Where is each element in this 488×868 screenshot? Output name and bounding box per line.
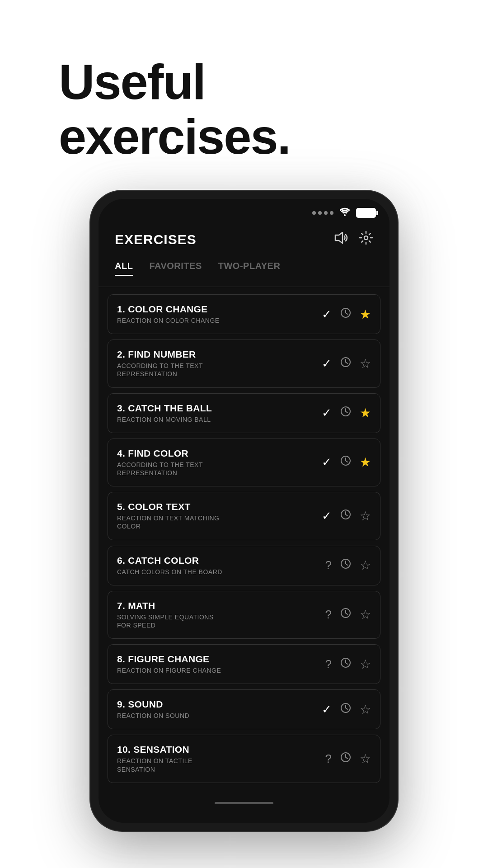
exercise-desc-10: REACTION ON TACTILE SENSATION bbox=[117, 757, 225, 773]
exercise-info-8: 8. FIGURE CHANGE REACTION ON FIGURE CHAN… bbox=[117, 654, 325, 675]
svg-point-0 bbox=[344, 214, 346, 216]
exercise-name-4: 4. FIND COLOR bbox=[117, 448, 322, 459]
hero-title: Useful exercises. bbox=[59, 54, 429, 164]
exercise-item-9[interactable]: 9. SOUND REACTION ON SOUND ✓ ☆ bbox=[108, 689, 380, 729]
phone-screen: EXERCISES ALL bbox=[99, 199, 389, 823]
favorite-star-5[interactable]: ☆ bbox=[360, 509, 371, 524]
history-icon-10[interactable] bbox=[340, 751, 352, 766]
exercise-actions-7: ? ☆ bbox=[325, 607, 371, 622]
exercise-desc-8: REACTION ON FIGURE CHANGE bbox=[117, 666, 225, 675]
exercise-desc-5: REACTION ON TEXT MATCHING COLOR bbox=[117, 514, 225, 530]
svg-point-2 bbox=[364, 236, 368, 240]
signal-dot-1 bbox=[312, 211, 316, 215]
exercises-list: 1. COLOR CHANGE REACTION ON COLOR CHANGE… bbox=[99, 287, 389, 796]
sound-icon[interactable] bbox=[333, 231, 348, 247]
exercise-item-5[interactable]: 5. COLOR TEXT REACTION ON TEXT MATCHING … bbox=[108, 492, 380, 540]
app-title: EXERCISES bbox=[115, 232, 197, 247]
signal-dots bbox=[312, 211, 333, 215]
exercise-info-6: 6. CATCH COLOR CATCH COLORS ON THE BOARD bbox=[117, 555, 325, 576]
exercise-name-7: 7. MATH bbox=[117, 600, 325, 611]
status-question-7: ? bbox=[325, 608, 332, 622]
history-icon-3[interactable] bbox=[340, 406, 352, 420]
favorite-star-7[interactable]: ☆ bbox=[360, 607, 371, 622]
exercise-actions-1: ✓ ★ bbox=[322, 307, 371, 322]
app-header: EXERCISES bbox=[99, 223, 389, 257]
home-indicator bbox=[99, 796, 389, 809]
favorite-star-2[interactable]: ☆ bbox=[360, 356, 371, 371]
exercise-actions-8: ? ☆ bbox=[325, 657, 371, 672]
exercise-actions-5: ✓ ☆ bbox=[322, 509, 371, 524]
exercise-actions-6: ? ☆ bbox=[325, 558, 371, 573]
svg-marker-1 bbox=[335, 232, 343, 243]
tab-favorites[interactable]: FAVORITES bbox=[149, 257, 202, 276]
hero-section: Useful exercises. bbox=[0, 0, 488, 191]
battery-icon bbox=[356, 208, 376, 218]
favorite-star-8[interactable]: ☆ bbox=[360, 657, 371, 672]
status-question-8: ? bbox=[325, 657, 332, 671]
favorite-star-6[interactable]: ☆ bbox=[360, 558, 371, 573]
history-icon-6[interactable] bbox=[340, 558, 352, 573]
history-icon-8[interactable] bbox=[340, 657, 352, 672]
exercise-item-8[interactable]: 8. FIGURE CHANGE REACTION ON FIGURE CHAN… bbox=[108, 644, 380, 684]
exercise-item-6[interactable]: 6. CATCH COLOR CATCH COLORS ON THE BOARD… bbox=[108, 546, 380, 585]
history-icon-7[interactable] bbox=[340, 607, 352, 622]
exercise-name-1: 1. COLOR CHANGE bbox=[117, 304, 322, 315]
exercise-actions-10: ? ☆ bbox=[325, 751, 371, 766]
signal-dot-3 bbox=[324, 211, 328, 215]
exercise-actions-3: ✓ ★ bbox=[322, 406, 371, 420]
status-check-9: ✓ bbox=[322, 703, 332, 717]
status-check-2: ✓ bbox=[322, 357, 332, 371]
status-bar bbox=[99, 199, 389, 223]
tab-two-player[interactable]: TWO-PLAYER bbox=[218, 257, 281, 276]
exercise-actions-9: ✓ ☆ bbox=[322, 702, 371, 717]
home-bar bbox=[215, 802, 273, 804]
status-check-3: ✓ bbox=[322, 406, 332, 420]
history-icon-5[interactable] bbox=[340, 509, 352, 524]
exercise-desc-6: CATCH COLORS ON THE BOARD bbox=[117, 568, 225, 576]
exercise-name-2: 2. FIND NUMBER bbox=[117, 349, 322, 360]
exercise-info-1: 1. COLOR CHANGE REACTION ON COLOR CHANGE bbox=[117, 304, 322, 325]
exercise-item-4[interactable]: 4. FIND COLOR ACCORDING TO THE TEXT REPR… bbox=[108, 439, 380, 486]
exercise-item-7[interactable]: 7. MATH SOLVING SIMPLE EQUATIONS FOR SPE… bbox=[108, 591, 380, 639]
exercise-desc-3: REACTION ON MOVING BALL bbox=[117, 415, 225, 424]
history-icon-2[interactable] bbox=[340, 356, 352, 371]
status-question-6: ? bbox=[325, 558, 332, 572]
exercise-info-7: 7. MATH SOLVING SIMPLE EQUATIONS FOR SPE… bbox=[117, 600, 325, 629]
favorite-star-3[interactable]: ★ bbox=[360, 406, 371, 420]
history-icon-9[interactable] bbox=[340, 702, 352, 717]
exercise-name-6: 6. CATCH COLOR bbox=[117, 555, 325, 566]
favorite-star-1[interactable]: ★ bbox=[360, 307, 371, 322]
exercise-item-10[interactable]: 10. SENSATION REACTION ON TACTILE SENSAT… bbox=[108, 735, 380, 783]
exercise-desc-1: REACTION ON COLOR CHANGE bbox=[117, 316, 225, 325]
exercise-item-2[interactable]: 2. FIND NUMBER ACCORDING TO THE TEXT REP… bbox=[108, 340, 380, 387]
signal-dot-2 bbox=[318, 211, 322, 215]
favorite-star-9[interactable]: ☆ bbox=[360, 702, 371, 717]
exercise-desc-7: SOLVING SIMPLE EQUATIONS FOR SPEED bbox=[117, 613, 225, 629]
header-icons bbox=[333, 231, 373, 248]
settings-icon[interactable] bbox=[359, 231, 373, 248]
exercise-desc-2: ACCORDING TO THE TEXT REPRESENTATION bbox=[117, 362, 225, 378]
exercise-name-8: 8. FIGURE CHANGE bbox=[117, 654, 325, 665]
exercise-item-1[interactable]: 1. COLOR CHANGE REACTION ON COLOR CHANGE… bbox=[108, 294, 380, 334]
favorite-star-10[interactable]: ☆ bbox=[360, 751, 371, 766]
exercise-actions-4: ✓ ★ bbox=[322, 455, 371, 470]
signal-dot-4 bbox=[330, 211, 333, 215]
exercise-info-10: 10. SENSATION REACTION ON TACTILE SENSAT… bbox=[117, 744, 325, 773]
history-icon-4[interactable] bbox=[340, 455, 352, 470]
exercise-desc-9: REACTION ON SOUND bbox=[117, 712, 225, 720]
phone-frame: EXERCISES ALL bbox=[90, 191, 398, 831]
tab-bar: ALL FAVORITES TWO-PLAYER bbox=[99, 257, 389, 287]
exercise-name-3: 3. CATCH THE BALL bbox=[117, 403, 322, 414]
history-icon-1[interactable] bbox=[340, 307, 352, 322]
status-check-4: ✓ bbox=[322, 455, 332, 469]
status-check-1: ✓ bbox=[322, 307, 332, 321]
exercise-info-5: 5. COLOR TEXT REACTION ON TEXT MATCHING … bbox=[117, 501, 322, 530]
exercise-actions-2: ✓ ☆ bbox=[322, 356, 371, 371]
favorite-star-4[interactable]: ★ bbox=[360, 455, 371, 470]
exercise-name-10: 10. SENSATION bbox=[117, 744, 325, 755]
exercise-item-3[interactable]: 3. CATCH THE BALL REACTION ON MOVING BAL… bbox=[108, 393, 380, 433]
wifi-icon bbox=[339, 207, 351, 219]
tab-all[interactable]: ALL bbox=[115, 257, 133, 276]
exercise-info-2: 2. FIND NUMBER ACCORDING TO THE TEXT REP… bbox=[117, 349, 322, 378]
exercise-info-3: 3. CATCH THE BALL REACTION ON MOVING BAL… bbox=[117, 403, 322, 424]
